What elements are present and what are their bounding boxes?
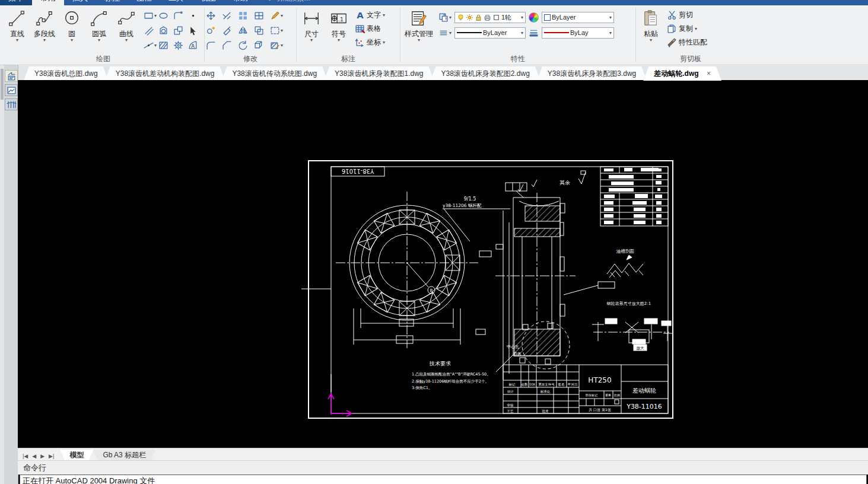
table-button[interactable]: 表格: [355, 22, 385, 36]
sheet-set-button[interactable]: [5, 70, 18, 82]
text-button[interactable]: 文字 ▾: [355, 8, 385, 22]
panel-label-modify[interactable]: 修改: [206, 55, 295, 65]
command-line-input[interactable]: 正在打开 AutoCAD 2004 Drawing 文件: [20, 475, 867, 484]
edit-pencil-tool[interactable]: ▾: [270, 11, 283, 21]
offset-tool[interactable]: [254, 26, 264, 36]
chamfer-tool[interactable]: [222, 40, 232, 50]
rectangle-tool[interactable]: ▾: [144, 11, 157, 21]
doc-tab[interactable]: Y38滚齿机传动系统图.dwg: [221, 66, 328, 81]
chevron-down-icon: ▾: [16, 38, 18, 42]
panel-label-properties[interactable]: 特性: [402, 55, 634, 65]
document-tab-bar: Y38滚齿机总图.dwg Y38滚齿机差动机构装配图.dwg Y38滚齿机传动系…: [18, 65, 868, 81]
coordinate-button[interactable]: 坐标 ▾: [355, 36, 385, 49]
prev-layout-button[interactable]: ◀: [32, 453, 36, 459]
doc-tab-active[interactable]: 差动蜗轮.dwg ×: [643, 66, 721, 81]
next-layout-button[interactable]: ▶: [40, 453, 44, 459]
menu-tab-help[interactable]: 帮助: [224, 0, 256, 5]
bylayer-color-swatch: [544, 14, 551, 21]
menu-tab-annotate[interactable]: 标注: [96, 0, 128, 5]
list-button[interactable]: ▾: [438, 28, 452, 38]
function-search[interactable]: ∨ 功能搜索...: [267, 0, 310, 5]
menu-tab-home[interactable]: 常用: [32, 0, 64, 5]
color-wheel-icon[interactable]: [529, 12, 539, 23]
wipeout-tool[interactable]: [188, 40, 198, 50]
color-dropdown[interactable]: ByLayer ▾: [542, 12, 614, 23]
lineweight-icon[interactable]: [529, 28, 539, 38]
close-icon[interactable]: ×: [707, 69, 711, 78]
layout-tab-gba3[interactable]: Gb A3 标题栏: [93, 450, 155, 461]
doc-tab[interactable]: Y38滚齿机差动机构装配图.dwg: [105, 66, 225, 81]
menu-tab-sheet[interactable]: 图幅: [128, 0, 160, 5]
select-cursor-tool[interactable]: [188, 26, 198, 36]
style-manager-button[interactable]: 样式管理 ▾: [402, 7, 436, 42]
spline-icon: [117, 7, 135, 30]
gear-icon[interactable]: [173, 40, 183, 50]
selection-box-tool[interactable]: ▾: [270, 26, 283, 36]
symbol-button[interactable]: 符号 ▾: [325, 7, 352, 42]
orbit-tool[interactable]: [254, 40, 264, 50]
ellipse-tool[interactable]: [158, 11, 168, 21]
svg-text:重量: 重量: [605, 393, 611, 397]
move-tool[interactable]: [206, 11, 216, 21]
hatch-edit-tool[interactable]: ▾: [270, 40, 283, 50]
model-space-canvas[interactable]: Y38-11016: [18, 80, 868, 448]
point-tool[interactable]: [188, 11, 198, 21]
copy-button[interactable]: 复制 ▾: [667, 22, 707, 36]
panel-label-annotate[interactable]: 标注: [298, 55, 399, 65]
first-layout-button[interactable]: |◀: [23, 453, 28, 459]
dimension-button[interactable]: 尺寸 ▾: [298, 7, 325, 42]
polyline-arc-tool[interactable]: [173, 11, 183, 21]
menu-tab-view[interactable]: 视图: [192, 0, 224, 5]
match-properties-button[interactable]: 特性匹配: [667, 36, 707, 49]
technical-requirements: 技术要求 1.凸轮及蜗圈相配合面"A""B"淬硬RC45-50。 2.接触y38…: [412, 361, 491, 390]
paste-button[interactable]: 粘贴 ▾: [637, 7, 664, 42]
viewport-tool[interactable]: [254, 11, 264, 21]
image-frame-button[interactable]: [5, 84, 18, 96]
layer-dropdown[interactable]: 1轮 ▾: [454, 12, 526, 23]
cut-button[interactable]: 剪切: [667, 8, 707, 22]
region-tool[interactable]: [158, 26, 168, 36]
panel-label-draw[interactable]: 绘图: [4, 55, 203, 65]
model-tab[interactable]: 模型: [60, 450, 93, 461]
trim-tool[interactable]: [222, 11, 232, 21]
image-frame-icon: [7, 85, 17, 95]
fillet-tool[interactable]: [206, 40, 216, 50]
multiline-tool[interactable]: [144, 26, 154, 36]
fence-button[interactable]: [5, 98, 18, 110]
line-button[interactable]: 直线 ▾: [4, 7, 31, 42]
oil-groove-detail: 油槽剖面: [607, 249, 643, 278]
linetype2-dropdown[interactable]: ByLay ▾: [542, 27, 614, 39]
doc-tab[interactable]: Y38滚齿机床身装配图3.dwg: [537, 66, 647, 81]
rotate-tool[interactable]: [238, 40, 248, 50]
spline-button[interactable]: 曲线 ▾: [113, 7, 140, 42]
tooth-profile-detail: 蜗轮齿形尺寸放大图2:1 放大: [592, 301, 673, 351]
parts-table: [600, 167, 668, 226]
svg-text:蜗轮齿形尺寸放大图2:1: 蜗轮齿形尺寸放大图2:1: [607, 301, 651, 306]
panel-modify: ▾ ▾ ▾ 修改: [206, 5, 295, 65]
svg-text:工艺: 工艺: [507, 409, 514, 413]
menu-tab-insert[interactable]: 插入: [64, 0, 96, 5]
construction-line-tool[interactable]: ▾: [144, 40, 157, 50]
panel-label-clipboard[interactable]: 剪切板: [637, 55, 744, 65]
linetype-dropdown[interactable]: ByLayer ▾: [454, 27, 526, 39]
layer-translate-button[interactable]: ▾: [438, 12, 452, 23]
doc-tab[interactable]: Y38滚齿机床身装配图1.dwg: [324, 66, 434, 81]
hatch-tool[interactable]: [158, 40, 168, 50]
array-tool[interactable]: [238, 11, 248, 21]
menu-tab-menu[interactable]: 菜单: [0, 0, 32, 5]
layer-color-swatch: [492, 14, 500, 21]
doc-tab[interactable]: Y38滚齿机床身装配图2.dwg: [430, 66, 540, 81]
last-layout-button[interactable]: ▶|: [49, 453, 54, 459]
arc-button[interactable]: 圆弧 ▾: [85, 7, 113, 42]
block-tool[interactable]: [173, 26, 183, 36]
circle-button[interactable]: 圆 ▾: [58, 7, 85, 42]
doc-tab[interactable]: Y38滚齿机总图.dwg: [24, 66, 109, 81]
rotate-copy-tool[interactable]: [206, 26, 216, 36]
erase-tool[interactable]: [222, 26, 232, 36]
mirror-tool[interactable]: [238, 26, 248, 36]
left-scrollbar[interactable]: [0, 65, 4, 484]
scrollbar-thumb[interactable]: [1, 69, 4, 100]
menu-tab-tools[interactable]: 工具: [160, 0, 192, 5]
chevron-down-icon: ▾: [43, 38, 46, 42]
polyline-button[interactable]: 多段线 ▾: [31, 7, 58, 42]
